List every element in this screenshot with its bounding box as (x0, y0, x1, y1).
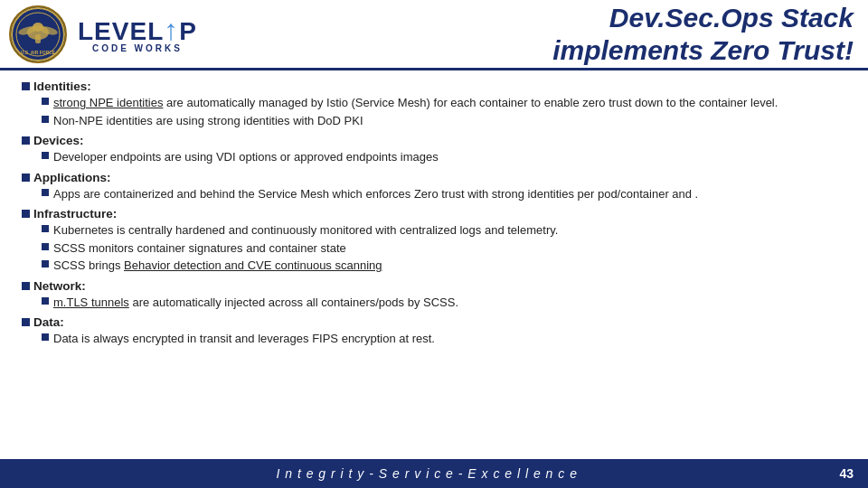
af-seal: U.S. AIR FORCE (9, 5, 67, 63)
network-subitems: m.TLS tunnels are automatically injected… (42, 295, 846, 311)
footer: I n t e g r i t y - S e r v i c e - E x … (0, 459, 868, 488)
svg-rect-6 (35, 34, 41, 43)
section-identities-title: Identities: (22, 80, 846, 93)
data-subitems: Data is always encrypted in transit and … (42, 331, 846, 347)
sub-bullet-icon (42, 152, 49, 159)
section-infrastructure-title: Infrastructure: (22, 207, 846, 221)
page-number: 43 (839, 466, 854, 481)
list-item: Developer endpoints are using VDI option… (42, 149, 846, 165)
sub-bullet-icon (42, 297, 49, 305)
section-infrastructure: Infrastructure: Kubernetes is centrally … (22, 207, 846, 274)
svg-text:U.S. AIR FORCE: U.S. AIR FORCE (21, 50, 56, 55)
section-devices: Devices: Developer endpoints are using V… (22, 134, 846, 165)
list-item: SCSS brings Behavior detection and CVE c… (42, 258, 846, 274)
identities-subitems: strong NPE identities are automatically … (42, 95, 846, 128)
levelup-wordmark: LEVEL↑P (78, 15, 197, 44)
sub-bullet-icon (42, 243, 49, 250)
sub-bullet-icon (42, 225, 49, 232)
bullet-icon (22, 318, 30, 326)
list-item: m.TLS tunnels are automatically injected… (42, 295, 846, 311)
section-applications-title: Applications: (22, 171, 846, 184)
main-content: Identities: strong NPE identities are au… (0, 70, 868, 356)
list-item: Apps are containerized and behind the Se… (42, 186, 846, 202)
section-data: Data: Data is always encrypted in transi… (22, 315, 846, 347)
bullet-icon (22, 174, 30, 182)
bullet-icon (22, 136, 30, 145)
sub-bullet-icon (42, 260, 49, 267)
section-identities: Identities: strong NPE identities are au… (22, 80, 846, 128)
sub-bullet-icon (42, 189, 49, 196)
applications-subitems: Apps are containerized and behind the Se… (42, 186, 846, 202)
levelup-p: P (179, 19, 197, 44)
section-devices-title: Devices: (22, 134, 846, 147)
levelup-up-arrow: ↑ (164, 15, 179, 44)
list-item: SCSS monitors container signatures and c… (42, 240, 846, 257)
levelup-level: LEVEL (78, 19, 164, 44)
bullet-icon (22, 282, 30, 290)
section-network-title: Network: (22, 279, 846, 293)
list-item: Non-NPE identities are using strong iden… (42, 113, 846, 129)
section-data-title: Data: (22, 315, 846, 329)
section-network: Network: m.TLS tunnels are automatically… (22, 279, 846, 311)
infrastructure-subitems: Kubernetes is centrally hardened and con… (42, 222, 846, 274)
sub-bullet-icon (42, 333, 49, 341)
sub-bullet-icon (42, 116, 49, 123)
footer-tagline: I n t e g r i t y - S e r v i c e - E x … (14, 466, 839, 481)
levelup-logo: LEVEL↑P CODE WORKS (78, 15, 197, 53)
logos: U.S. AIR FORCE LEVEL↑P CODE WORKS (9, 5, 197, 63)
list-item: Kubernetes is centrally hardened and con… (42, 222, 846, 239)
levelup-sub: CODE WORKS (92, 44, 183, 53)
header: U.S. AIR FORCE LEVEL↑P CODE WORKS Dev.Se… (0, 0, 868, 70)
list-item: strong NPE identities are automatically … (42, 95, 846, 111)
section-applications: Applications: Apps are containerized and… (22, 171, 846, 202)
page-title: Dev.Sec.Ops Stack implements Zero Trust! (197, 2, 854, 67)
bullet-icon (22, 210, 30, 218)
devices-subitems: Developer endpoints are using VDI option… (42, 149, 846, 165)
sub-bullet-icon (42, 98, 49, 105)
bullet-icon (22, 82, 30, 90)
list-item: Data is always encrypted in transit and … (42, 331, 846, 347)
